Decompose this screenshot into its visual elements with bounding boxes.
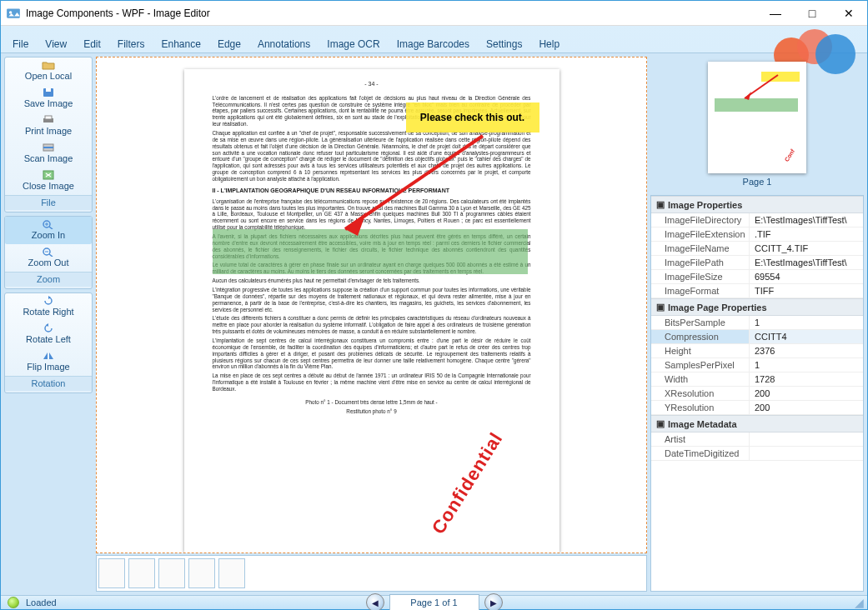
menu-filters[interactable]: Filters (111, 36, 152, 52)
strip-thumb[interactable] (218, 558, 245, 588)
svg-line-14 (49, 254, 53, 257)
properties-panel[interactable]: ▣Image Properties ImageFileDirectoryE:\T… (650, 195, 864, 592)
menu-view[interactable]: View (38, 36, 73, 52)
page-thumbnail-panel: Conf Page 1 (650, 57, 864, 192)
rotate-right-button[interactable]: Rotate Right (5, 293, 92, 321)
property-row[interactable]: YResolution200 (651, 401, 863, 415)
property-row[interactable]: XResolution200 (651, 387, 863, 401)
thumbnail-strip[interactable] (96, 555, 647, 592)
property-value: CCITT_4.TIF (750, 242, 863, 255)
menu-settings[interactable]: Settings (479, 36, 529, 52)
svg-line-10 (49, 227, 53, 229)
resize-grip-icon[interactable]: ◢ (855, 596, 864, 609)
titlebar: Image Components - WPF - Image Editor ― … (1, 1, 867, 26)
property-key: YResolution (651, 401, 750, 414)
property-row[interactable]: ImageFormatTIFF (651, 284, 863, 298)
menu-edge[interactable]: Edge (211, 36, 248, 52)
property-key: ImageFileName (651, 242, 750, 255)
property-row[interactable]: SamplesPerPixel1 (651, 358, 863, 372)
sidebar-group-file: File (5, 195, 92, 210)
menu-ocr[interactable]: Image OCR (320, 36, 386, 52)
svg-marker-19 (745, 92, 751, 100)
zoom-out-button[interactable]: Zoom Out (5, 244, 92, 272)
property-value: TIFF (750, 284, 863, 298)
property-value: 1 (750, 316, 863, 329)
property-value: 69554 (750, 270, 863, 283)
menu-enhance[interactable]: Enhance (155, 36, 208, 52)
strip-thumb[interactable] (158, 558, 185, 588)
close-image-icon (42, 170, 55, 180)
menu-annotations[interactable]: Annotations (251, 36, 317, 52)
strip-thumb[interactable] (188, 558, 215, 588)
property-row[interactable]: DateTimeDigitized (651, 447, 863, 461)
property-value: .TIF (750, 228, 863, 241)
property-value: 2376 (750, 344, 863, 358)
menu-edit[interactable]: Edit (77, 36, 108, 52)
scan-image-button[interactable]: Scan Image (5, 140, 92, 168)
property-row[interactable]: ImageFileSize69554 (651, 270, 863, 284)
maximize-button[interactable]: □ (794, 1, 830, 25)
menu-bar: File View Edit Filters Enhance Edge Anno… (1, 36, 867, 52)
confidential-stamp[interactable]: Confidential (427, 428, 508, 538)
property-key: ImageFileDirectory (651, 213, 750, 227)
svg-rect-5 (45, 116, 52, 119)
property-row[interactable]: Width1728 (651, 372, 863, 387)
property-key: Height (651, 344, 750, 358)
page-indicator[interactable]: Page 1 of 1 (389, 594, 479, 610)
property-row[interactable]: CompressionCCITT4 (651, 330, 863, 344)
property-row[interactable]: ImageFilePathE:\TestImages\TiffTest\ (651, 256, 863, 270)
print-image-button[interactable]: Print Image (5, 112, 92, 140)
close-button[interactable]: ✕ (830, 1, 867, 25)
property-row[interactable]: ImageFileDirectoryE:\TestImages\TiffTest… (651, 213, 863, 228)
property-row[interactable]: Artist (651, 432, 863, 447)
strip-thumb[interactable] (98, 558, 125, 588)
flip-icon (42, 351, 55, 361)
open-local-button[interactable]: Open Local (5, 58, 92, 85)
property-value: E:\TestImages\TiffTest\ (750, 213, 863, 227)
property-row[interactable]: BitsPerSample1 (651, 316, 863, 330)
page-thumbnail[interactable]: Conf (708, 62, 806, 173)
minimize-button[interactable]: ― (757, 1, 794, 25)
print-icon (42, 115, 55, 125)
property-value: 1 (750, 358, 863, 372)
sidebar: Open Local Save Image Print Image Scan I… (1, 53, 96, 595)
next-page-button[interactable]: ▶ (484, 593, 503, 610)
props-group-page[interactable]: ▣Image Page Properties (651, 298, 863, 316)
svg-rect-0 (7, 8, 20, 18)
property-value: CCITT4 (750, 330, 863, 343)
property-key: ImageFileSize (651, 270, 750, 283)
strip-thumb[interactable] (128, 558, 155, 588)
props-group-meta[interactable]: ▣Image Metadata (651, 415, 863, 432)
collapse-icon: ▣ (656, 302, 665, 312)
save-image-button[interactable]: Save Image (5, 85, 92, 112)
document-page: - 34 - L'ordre de lancement et de réalis… (184, 69, 559, 552)
prev-page-button[interactable]: ◀ (366, 593, 384, 610)
collapse-icon: ▣ (656, 418, 665, 429)
window-title: Image Components - WPF - Image Editor (26, 8, 757, 19)
highlight-green[interactable] (213, 229, 528, 274)
svg-point-1 (9, 11, 12, 13)
property-row[interactable]: ImageFileNameCCITT_4.TIF (651, 242, 863, 256)
property-row[interactable]: ImageFileExtension.TIF (651, 228, 863, 242)
property-key: DateTimeDigitized (651, 447, 750, 460)
rotate-left-button[interactable]: Rotate Left (5, 321, 92, 348)
property-row[interactable]: Height2376 (651, 344, 863, 358)
property-key: BitsPerSample (651, 316, 750, 329)
scan-icon (42, 142, 55, 152)
property-key: Compression (651, 330, 750, 343)
zoom-in-button[interactable]: Zoom In (5, 217, 92, 244)
menu-file[interactable]: File (6, 36, 35, 52)
canvas[interactable]: - 34 - L'ordre de lancement et de réalis… (96, 57, 647, 553)
note-annotation[interactable]: Please check this out. (406, 102, 539, 132)
property-key: ImageFileExtension (651, 228, 750, 241)
menu-barcodes[interactable]: Image Barcodes (390, 36, 476, 52)
sidebar-group-rotation: Rotation (5, 376, 92, 391)
flip-image-button[interactable]: Flip Image (5, 348, 92, 376)
app-icon (6, 6, 21, 21)
close-image-button[interactable]: Close Image (5, 168, 92, 195)
zoom-in-icon (42, 219, 55, 229)
property-value: 200 (750, 387, 863, 400)
collapse-icon: ▣ (656, 199, 665, 210)
props-group-image[interactable]: ▣Image Properties (651, 196, 863, 213)
menu-help[interactable]: Help (532, 36, 566, 52)
